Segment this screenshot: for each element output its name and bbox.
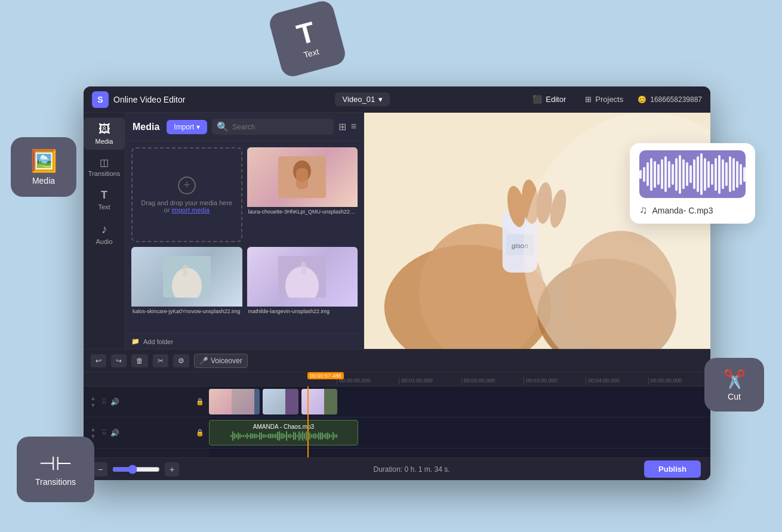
sidebar-item-text[interactable]: T Text (84, 184, 125, 215)
sort-icon[interactable]: ≡ (351, 121, 356, 132)
import-link[interactable]: import media (171, 206, 210, 214)
user-btn[interactable]: 😊 1686658239887 (638, 95, 702, 104)
sidebar-label-text: Text (98, 203, 110, 211)
clip-thumb-1 (209, 389, 232, 415)
svg-rect-2 (296, 168, 308, 189)
playhead-indicator: 00:00:57.488 (307, 372, 344, 379)
editor-btn[interactable]: ⬛ Editor (528, 92, 571, 106)
media-panel-title: Media (133, 122, 159, 132)
filter-icons: ⊞ ≡ (338, 121, 356, 132)
media-icon: 🖼 (98, 122, 110, 136)
video-track-controls: ▲ ▼ ⠿ 🔊 🔒 (84, 386, 209, 417)
track-down-icon[interactable]: ▼ (90, 402, 96, 409)
track-lock-icon-audio[interactable]: 🔒 (196, 429, 204, 437)
media-card-icon: 🖼️ (30, 149, 57, 174)
track-up-icon[interactable]: ▲ (90, 395, 96, 402)
zoom-controls: − + (93, 462, 179, 477)
svg-rect-11 (301, 262, 306, 275)
playhead-time: 00:00:57.488 (307, 372, 344, 379)
drop-zone-text: Drag and drop your media here or import … (140, 199, 234, 214)
audio-icon: ♪ (101, 222, 107, 236)
media-panel: Media Import ▾ 🔍 ⊞ ≡ + (125, 113, 364, 349)
clip-thumb-3 (301, 389, 324, 415)
search-input[interactable] (232, 123, 328, 131)
audio-track-controls: ▲ ▼ ⠿ 🔊 🔒 (84, 417, 209, 448)
track-vol-icon-audio[interactable]: 🔊 (110, 429, 119, 437)
sidebar-item-media[interactable]: 🖼 Media (84, 117, 125, 150)
thumb-label-3: mathilde-langevin-unsplash22.img (247, 307, 358, 316)
timeline-ruler: 00:00:57.488 00:00:00.000 00:01:00.000 0… (84, 372, 710, 386)
folder-icon: 📁 (131, 338, 140, 345)
audio-card-name: Amanda- C.mp3 (652, 206, 713, 215)
voiceover-button[interactable]: 🎤 Voiceover (194, 354, 248, 368)
zoom-in-button[interactable]: + (165, 462, 179, 477)
video-clip-3[interactable] (301, 389, 337, 415)
empty-track-content (209, 449, 710, 457)
project-name-btn[interactable]: Video_01 ▾ (335, 92, 390, 106)
track-up-icon-audio[interactable]: ▲ (90, 426, 96, 433)
chevron-import-icon: ▾ (196, 123, 200, 131)
track-down-icon-audio[interactable]: ▼ (90, 433, 96, 440)
redo-button[interactable]: ↪ (111, 354, 127, 367)
cut-button[interactable]: ✂ (153, 354, 168, 367)
projects-icon: ⊞ (585, 95, 592, 104)
svg-rect-7 (183, 265, 187, 277)
topbar-logo: S Online Video Editor (92, 91, 185, 108)
ruler-mark-3: 00:03:00.000 (524, 378, 586, 385)
audio-clip-1[interactable]: AMANDA - Chaos.mp3 (209, 420, 358, 446)
duration-info: Duration: 0 h. 1 m. 34 s. (179, 465, 644, 474)
track-drag-icon-video[interactable]: ⠿ (101, 398, 107, 406)
track-drag-icon-audio[interactable]: ⠿ (101, 429, 107, 437)
ruler-mark-5: 00:05:00.000 (648, 378, 710, 385)
track-vol-icon-video[interactable]: 🔊 (110, 398, 119, 406)
video-clip-1[interactable] (209, 389, 260, 415)
timeline-tracks: ▲ ▼ ⠿ 🔊 🔒 (84, 386, 710, 457)
project-name-text: Video_01 (342, 95, 375, 104)
thumb-image-2 (131, 247, 242, 307)
video-clip-2[interactable] (263, 389, 298, 415)
import-label: Import (174, 123, 194, 131)
track-lock-icon-video[interactable]: 🔒 (196, 398, 204, 406)
thumb-label-1: laura-chouette-3HhKLpI_QMU-unsplash22.jp… (247, 207, 358, 216)
search-box[interactable]: 🔍 (212, 119, 333, 135)
sidebar-label-audio: Audio (96, 238, 112, 245)
clip-thumb-container-3 (301, 389, 324, 415)
filter-icon[interactable]: ⊞ (338, 121, 346, 132)
projects-btn[interactable]: ⊞ Projects (580, 92, 628, 106)
editor-body: 🖼 Media ◫ Transitions T Text ♪ Audio Med… (84, 113, 710, 349)
publish-button[interactable]: Publish (644, 460, 701, 478)
transitions-card-label: Transitions (35, 477, 76, 487)
import-button[interactable]: Import ▾ (167, 120, 207, 134)
zoom-out-button[interactable]: − (93, 462, 107, 477)
audio-waveform-display (639, 150, 746, 198)
sidebar-icons: 🖼 Media ◫ Transitions T Text ♪ Audio (84, 113, 125, 349)
settings-button[interactable]: ⚙ (173, 354, 189, 367)
media-card-label: Media (32, 176, 55, 185)
thumb-svg-3 (278, 256, 326, 298)
clip-thumb-container-2 (263, 389, 285, 415)
voiceover-label: Voiceover (211, 357, 242, 365)
media-drop-zone[interactable]: + Drag and drop your media here or impor… (131, 147, 242, 242)
sidebar-item-transitions[interactable]: ◫ Transitions (84, 152, 125, 182)
floating-transitions-card: ⊣⊢ Transitions (17, 437, 94, 502)
undo-button[interactable]: ↩ (91, 354, 106, 367)
media-thumb-3[interactable]: mathilde-langevin-unsplash22.img (247, 247, 358, 327)
media-thumb-2[interactable]: kalos-skincare-jyKa0Ynxvow-unsplash22.im… (131, 247, 242, 327)
media-header: Media Import ▾ 🔍 ⊞ ≡ (125, 113, 364, 141)
floating-cut-card: ✂️ Cut (704, 358, 764, 412)
media-thumb-1[interactable]: laura-chouette-3HhKLpI_QMU-unsplash22.jp… (247, 147, 358, 242)
ruler-content: 00:00:00.000 00:01:00.000 00:02:00.000 0… (334, 378, 710, 385)
topbar-project[interactable]: Video_01 ▾ (197, 92, 528, 106)
add-folder-bar[interactable]: 📁 Add folder (125, 333, 364, 349)
editor-label: Editor (546, 95, 566, 104)
empty-track-row: ▲ ▼ ⠿ 🔊 🔒 (84, 449, 710, 457)
sidebar-item-audio[interactable]: ♪ Audio (84, 218, 125, 250)
delete-button[interactable]: 🗑 (131, 354, 148, 367)
sidebar-label-media: Media (96, 138, 113, 145)
editor-icon: ⬛ (532, 95, 542, 104)
topbar-right: ⬛ Editor ⊞ Projects 😊 1686658239887 (528, 92, 702, 106)
floating-media-card: 🖼️ Media (11, 137, 76, 197)
chevron-down-icon: ▾ (378, 95, 383, 104)
add-folder-label: Add folder (143, 338, 173, 345)
zoom-slider[interactable] (112, 465, 160, 474)
